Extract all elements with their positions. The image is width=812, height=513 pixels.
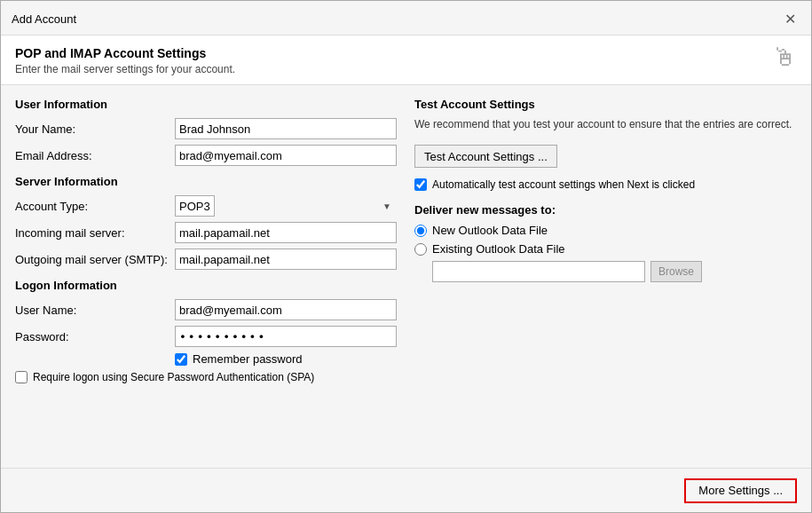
password-row: Password: xyxy=(15,326,397,347)
header-title: POP and IMAP Account Settings xyxy=(15,46,235,60)
outgoing-server-label: Outgoing mail server (SMTP): xyxy=(15,253,175,266)
account-type-select[interactable]: POP3 IMAP xyxy=(175,195,215,217)
server-info-title: Server Information xyxy=(15,175,397,188)
new-outlook-radio[interactable] xyxy=(414,225,427,237)
outgoing-server-input[interactable] xyxy=(175,249,397,270)
account-type-label: Account Type: xyxy=(15,200,175,213)
email-input[interactable] xyxy=(175,145,397,166)
incoming-server-label: Incoming mail server: xyxy=(15,226,175,240)
your-name-input[interactable] xyxy=(175,118,397,139)
new-outlook-row: New Outlook Data File xyxy=(414,224,797,237)
header-subtitle: Enter the mail server settings for your … xyxy=(15,63,235,75)
remember-password-row: Remember password xyxy=(175,352,397,366)
existing-outlook-label: Existing Outlook Data File xyxy=(432,242,565,256)
remember-password-checkbox[interactable] xyxy=(175,353,187,366)
test-settings-desc: We recommend that you test your account … xyxy=(414,116,797,132)
user-info-title: User Information xyxy=(15,98,397,111)
account-type-row: Account Type: POP3 IMAP xyxy=(15,195,397,217)
outgoing-server-row: Outgoing mail server (SMTP): xyxy=(15,249,397,270)
header-section: POP and IMAP Account Settings Enter the … xyxy=(1,36,811,85)
incoming-server-row: Incoming mail server: xyxy=(15,222,397,243)
email-label: Email Address: xyxy=(15,149,175,162)
title-bar: Add Account ✕ xyxy=(1,1,811,36)
auto-test-row: Automatically test account settings when… xyxy=(414,178,797,191)
logon-info-title: Logon Information xyxy=(15,279,397,292)
left-panel: User Information Your Name: Email Addres… xyxy=(15,98,397,383)
spa-checkbox[interactable] xyxy=(15,371,28,383)
existing-path-input[interactable] xyxy=(432,261,645,282)
remember-password-label: Remember password xyxy=(193,352,303,366)
dialog: Add Account ✕ POP and IMAP Account Setti… xyxy=(0,0,812,513)
incoming-server-input[interactable] xyxy=(175,222,397,243)
auto-test-checkbox[interactable] xyxy=(414,178,427,191)
password-input[interactable] xyxy=(175,326,397,347)
existing-outlook-row: Existing Outlook Data File xyxy=(414,242,797,256)
browse-button[interactable]: Browse xyxy=(650,261,702,282)
spa-row: Require logon using Secure Password Auth… xyxy=(15,371,397,383)
test-account-settings-button[interactable]: Test Account Settings ... xyxy=(414,145,557,168)
close-button[interactable]: ✕ xyxy=(779,8,800,29)
username-label: User Name: xyxy=(15,304,175,317)
username-row: User Name: xyxy=(15,299,397,320)
username-input[interactable] xyxy=(175,299,397,320)
more-settings-button[interactable]: More Settings ... xyxy=(684,478,797,503)
deliver-title: Deliver new messages to: xyxy=(414,203,797,217)
account-type-select-wrapper: POP3 IMAP xyxy=(175,195,397,217)
right-panel: Test Account Settings We recommend that … xyxy=(414,98,797,383)
existing-path-row: Browse xyxy=(432,261,797,282)
content-area: User Information Your Name: Email Addres… xyxy=(1,85,811,396)
email-row: Email Address: xyxy=(15,145,397,166)
header-content: POP and IMAP Account Settings Enter the … xyxy=(15,46,235,75)
test-settings-title: Test Account Settings xyxy=(414,98,797,111)
existing-outlook-radio[interactable] xyxy=(414,243,427,256)
auto-test-label: Automatically test account settings when… xyxy=(432,178,695,191)
cursor-icon: 🖱 xyxy=(772,43,797,72)
your-name-row: Your Name: xyxy=(15,118,397,139)
new-outlook-label: New Outlook Data File xyxy=(432,224,548,237)
password-label: Password: xyxy=(15,330,175,343)
footer-area: More Settings ... xyxy=(1,468,811,512)
dialog-title: Add Account xyxy=(12,12,76,26)
your-name-label: Your Name: xyxy=(15,122,175,136)
spa-label: Require logon using Secure Password Auth… xyxy=(33,371,314,383)
